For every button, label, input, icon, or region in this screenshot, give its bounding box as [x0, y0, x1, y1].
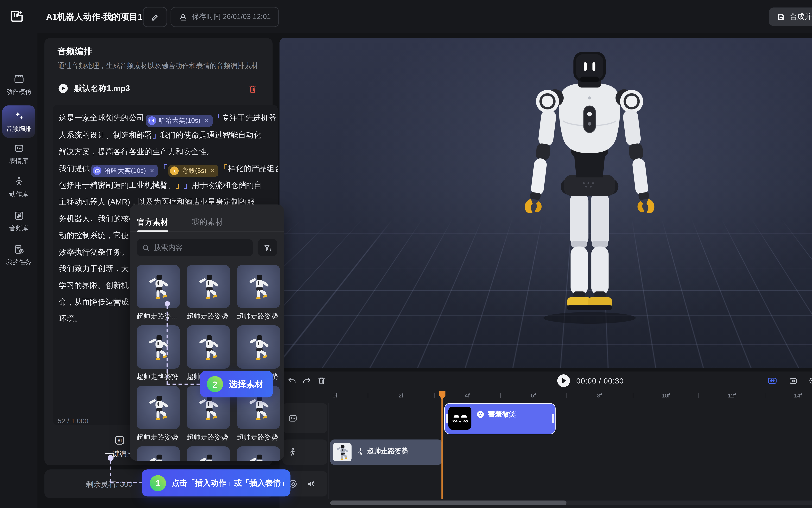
filter-button[interactable] — [257, 239, 277, 256]
motion-clip-label: 超帅走路姿势 — [367, 446, 409, 456]
motion-thumb — [333, 443, 352, 461]
playhead-line[interactable] — [441, 399, 443, 499]
clip-right-handle[interactable] — [552, 414, 554, 423]
material-thumb[interactable] — [187, 326, 230, 369]
material-thumb[interactable] — [136, 326, 180, 369]
left-nav: 动作模仿音频编排表情库动作库音频库我的任务 — [0, 33, 38, 508]
preview-box-button[interactable] — [785, 373, 801, 388]
editor-text: 用于物流和仓储的自 — [192, 181, 261, 189]
material-thumb[interactable] — [237, 326, 280, 369]
save-time-text: 保存时间 26/01/03 12:01 — [192, 12, 271, 22]
sidebar-item-1[interactable]: 动作模仿 — [0, 73, 38, 96]
editor-text: 我们致力于创新，大 — [59, 264, 129, 273]
material-item[interactable]: 超帅走路姿势 — [136, 326, 180, 382]
sidebar-item-2[interactable]: 音频编排 — [2, 105, 35, 138]
editor-text: 专注于先进机器 — [222, 114, 276, 122]
material-robot-thumb — [193, 271, 224, 302]
sidebar-item-label: 动作模仿 — [6, 87, 31, 96]
person-icon — [288, 447, 298, 457]
connector-line-insert-v — [110, 460, 111, 482]
editor-text: 解决方案，提高各行各业的生产力和安全性。 — [59, 147, 214, 156]
expression-clip-label-row: 害羞微笑 — [476, 410, 516, 419]
sidebar-item-label: 表情库 — [9, 157, 28, 165]
delete-clip-button[interactable] — [314, 373, 329, 388]
material-thumb[interactable] — [237, 265, 280, 308]
connector-line-insert-h — [110, 482, 143, 483]
material-item-partial[interactable] — [237, 446, 280, 461]
speaker-icon[interactable] — [306, 479, 316, 489]
clip-left-handle[interactable] — [446, 414, 448, 423]
timeline-scroll-thumb[interactable] — [330, 501, 566, 505]
ruler-label: 6f — [531, 392, 536, 398]
material-robot-thumb — [193, 332, 224, 362]
tag-remove-icon[interactable]: ✕ — [150, 163, 155, 179]
pencil-icon — [150, 12, 160, 22]
material-label: 超帅走路姿势 — [136, 372, 180, 382]
tutorial-step1: 1 点击「插入动作」或「插入表情」 — [142, 469, 290, 497]
material-item[interactable]: 超帅走路姿势... — [136, 265, 180, 321]
timeline-scrollbar[interactable] — [330, 501, 812, 505]
tag-label: 弯腰(5s) — [182, 163, 206, 179]
editor-tag[interactable]: 哈哈大笑(10s)✕ — [146, 114, 213, 126]
material-item[interactable]: 超帅走路姿势 — [187, 265, 230, 321]
play-button[interactable] — [557, 374, 570, 388]
preview-box-icon — [788, 376, 798, 386]
expression-clip[interactable]: 害羞微笑 — [444, 403, 556, 434]
bracket-close: 」 — [184, 180, 192, 189]
trash-icon — [317, 376, 326, 385]
editor-tag[interactable]: 哈哈大笑(10s)✕ — [91, 165, 158, 177]
material-thumb[interactable] — [187, 265, 230, 308]
tab-official-materials[interactable]: 官方素材 — [137, 217, 168, 227]
tag-label: 哈哈大笑(10s) — [159, 112, 200, 129]
sidebar-item-5[interactable]: 音频库 — [0, 210, 38, 233]
undo-button[interactable] — [284, 373, 299, 388]
search-icon — [142, 244, 150, 252]
tab-my-materials[interactable]: 我的素材 — [192, 217, 223, 227]
synthesize-save-button[interactable]: 合成并保存 — [769, 7, 812, 26]
motion-clip[interactable]: 超帅走路姿势 — [330, 439, 442, 465]
synthesize-save-label: 合成并保存 — [789, 11, 812, 22]
material-item[interactable]: 超帅走路姿势 — [136, 386, 180, 442]
material-thumb[interactable] — [136, 386, 180, 429]
tag-remove-icon[interactable]: ✕ — [204, 112, 209, 129]
panel-description: 通过音频处理，生成音频素材以及融合动作和表情的音频编排素材 — [58, 61, 265, 71]
redo-button[interactable] — [299, 373, 314, 388]
expression-thumb — [448, 407, 472, 430]
link-clips-button[interactable] — [765, 373, 780, 388]
bracket-open: 「 — [214, 113, 222, 122]
material-robot-thumb — [243, 452, 274, 461]
material-robot-thumb — [143, 392, 173, 422]
zoom-out-icon — [808, 376, 812, 386]
robot-model[interactable] — [520, 51, 659, 327]
search-placeholder: 搜索内容 — [154, 243, 183, 253]
sidebar-item-3[interactable]: 表情库 — [0, 142, 38, 165]
search-input[interactable]: 搜索内容 — [136, 239, 253, 256]
material-item-partial[interactable] — [187, 446, 230, 461]
bracket-close: 」 — [175, 180, 184, 189]
viewport-3d[interactable]: Z X Y — [280, 38, 812, 368]
motion-track-header[interactable] — [282, 439, 327, 465]
material-grid: 超帅走路姿势...超帅走路姿势超帅走路姿势超帅走路姿势超帅走路姿势超帅走路姿势超… — [136, 265, 281, 461]
material-item-partial[interactable] — [136, 446, 180, 461]
zoom-out-button[interactable] — [805, 373, 812, 388]
sidebar-item-label: 动作库 — [9, 190, 28, 199]
delete-audio-button[interactable] — [248, 84, 257, 94]
robot-face-icon — [288, 413, 298, 423]
play-audio-button[interactable] — [58, 83, 69, 94]
undo-icon — [287, 376, 296, 386]
timeline-ruler[interactable]: 0f2f4f6f8f10f12f14f16f — [280, 390, 812, 402]
link-merge-icon — [767, 376, 777, 386]
editor-tag[interactable]: 弯腰(5s)✕ — [169, 165, 219, 177]
project-title: A1机器人动作-我的项目1 — [46, 11, 143, 23]
material-item[interactable]: 超帅走路姿势 — [237, 265, 280, 321]
material-label: 超帅走路姿势 — [187, 432, 230, 442]
sidebar-item-6[interactable]: 我的任务 — [0, 244, 38, 267]
edit-title-button[interactable] — [143, 7, 167, 27]
sidebar-item-4[interactable]: 动作库 — [0, 176, 38, 199]
expression-track-header[interactable] — [282, 403, 327, 433]
tag-remove-icon[interactable]: ✕ — [210, 163, 215, 179]
material-label: 超帅走路姿势 — [136, 432, 180, 442]
funnel-icon — [263, 243, 272, 252]
time-display: 00:00 / 00:30 — [576, 377, 624, 385]
material-thumb[interactable] — [136, 265, 180, 308]
